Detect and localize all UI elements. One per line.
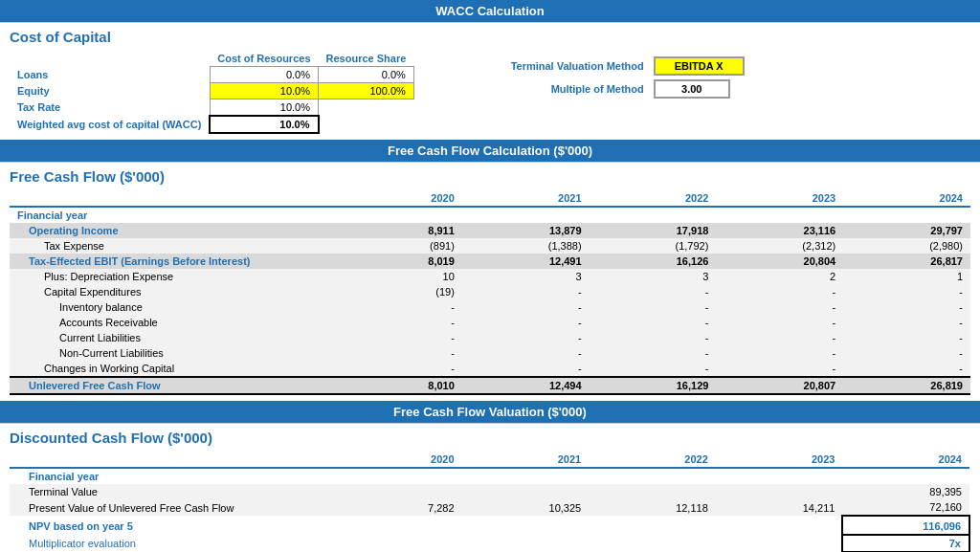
wacc-col2-header: Resource Share <box>319 51 414 67</box>
table-row: Inventory balance----- <box>10 299 970 315</box>
dcf-cell-0-4 <box>842 468 969 484</box>
fcf-cell-10-2: - <box>590 361 717 377</box>
fcf-header: Free Cash Flow Calculation ($'000) <box>0 140 980 163</box>
wacc-equity-cost[interactable]: 10.0% <box>210 83 318 99</box>
terminal-valuation-value[interactable]: EBITDA X <box>654 56 745 76</box>
wacc-row-taxrate-label: Tax Rate <box>10 99 210 117</box>
table-row: Accounts Receivable----- <box>10 315 970 330</box>
fcf-cell-0-2 <box>590 207 717 223</box>
dcf-cell-2-4: 72,160 <box>842 499 969 516</box>
dcf-cell-1-3 <box>716 484 843 499</box>
table-row: Financial year <box>10 207 970 223</box>
fcf-cell-8-2: - <box>590 330 717 345</box>
table-row: Equity 10.0% 100.0% <box>10 83 413 99</box>
multiple-method-value[interactable]: 3.00 <box>654 79 730 99</box>
fcf-cell-4-3: 2 <box>716 269 843 284</box>
table-row: Weighted avg cost of capital (WACC) 10.0… <box>10 116 413 133</box>
fcf-row-label-0: Financial year <box>10 207 335 223</box>
fcf-cell-4-1: 3 <box>462 269 590 284</box>
multiplicator-value: 7x <box>842 535 969 552</box>
fcf-cell-10-3: - <box>716 361 843 377</box>
fcf-cell-11-1: 12,494 <box>462 377 590 394</box>
multiplicator-row: Multiplicator evaluation7x <box>10 535 969 552</box>
dcf-table: 2020 2021 2022 2023 2024 Financial yearT… <box>10 452 970 552</box>
npv-empty-0 <box>335 516 462 535</box>
fcf-cell-8-4: - <box>843 330 970 345</box>
fcf-cell-6-0: - <box>335 299 462 315</box>
dcf-title: Discounted Cash Flow ($'000) <box>0 424 980 448</box>
fcf-cell-8-3: - <box>716 330 843 345</box>
npv-empty-2 <box>589 516 716 535</box>
table-row: Unlevered Free Cash Flow8,01012,49416,12… <box>10 377 970 394</box>
mult-empty-3 <box>716 535 843 552</box>
npv-label: NPV based on year 5 <box>10 516 335 535</box>
fcf-cell-1-4: 29,797 <box>843 223 970 238</box>
fcf-cell-2-2: (1,792) <box>590 238 717 254</box>
wacc-taxrate-value[interactable]: 10.0% <box>210 99 318 117</box>
fcf-title: Free Cash Flow ($'000) <box>0 163 980 187</box>
fcf-cell-8-1: - <box>462 330 590 345</box>
fcf-cell-1-3: 23,116 <box>716 223 843 238</box>
fcf-cell-7-1: - <box>462 315 590 330</box>
fcf-cell-10-4: - <box>843 361 970 377</box>
fcf-year-2023: 2023 <box>716 190 843 207</box>
fcf-cell-8-0: - <box>335 330 462 345</box>
fcf-cell-6-2: - <box>590 299 717 315</box>
fcf-cell-4-0: 10 <box>335 269 462 284</box>
fcf-row-label-2: Tax Expense <box>10 238 335 254</box>
wacc-loans-cost[interactable]: 0.0% <box>210 67 318 83</box>
fcf-cell-11-2: 16,129 <box>590 377 717 394</box>
fcf-cell-7-2: - <box>590 315 717 330</box>
terminal-valuation-label: Terminal Valuation Method <box>453 60 644 72</box>
dcf-cell-2-3: 14,211 <box>716 499 843 516</box>
table-row: Non-Current Liabilities----- <box>10 345 970 361</box>
fcf-row-label-6: Inventory balance <box>10 299 335 315</box>
fcf-cell-5-1: - <box>462 284 590 299</box>
table-row: Changes in Working Capital----- <box>10 361 970 377</box>
fcf-cell-10-1: - <box>462 361 590 377</box>
fcf-row-label-3: Tax-Effected EBIT (Earnings Before Inter… <box>10 254 335 269</box>
mult-empty-0 <box>335 535 462 552</box>
npv-value: 116,096 <box>842 516 969 535</box>
wacc-title: Cost of Capital <box>0 23 980 47</box>
fcf-cell-10-0: - <box>335 361 462 377</box>
dcf-cell-2-1: 10,325 <box>462 499 590 516</box>
fcf-cell-1-2: 17,918 <box>590 223 717 238</box>
multiple-method-label: Multiple of Method <box>453 83 644 95</box>
table-row: Terminal Value89,395 <box>10 484 969 499</box>
table-row: Capital Expenditures(19)---- <box>10 284 970 299</box>
dcf-row-label-0: Financial year <box>10 468 335 484</box>
multiplicator-label: Multiplicator evaluation <box>10 535 335 552</box>
table-row: Tax Rate 10.0% <box>10 99 413 117</box>
fcf-cell-3-2: 16,126 <box>590 254 717 269</box>
fcf-cell-0-1 <box>462 207 590 223</box>
table-row: Financial year <box>10 468 969 484</box>
fcf-row-label-11: Unlevered Free Cash Flow <box>10 377 335 394</box>
wacc-loans-share[interactable]: 0.0% <box>319 67 414 83</box>
dcf-year-2023: 2023 <box>716 452 843 468</box>
table-row: Present Value of Unlevered Free Cash Flo… <box>10 499 969 516</box>
fcf-cell-7-4: - <box>843 315 970 330</box>
fcf-cell-5-2: - <box>590 284 717 299</box>
mult-empty-2 <box>589 535 716 552</box>
fcf-row-label-8: Current Liabilities <box>10 330 335 345</box>
dcf-cell-1-1 <box>462 484 590 499</box>
mult-empty-1 <box>462 535 590 552</box>
fcf-cell-2-4: (2,980) <box>843 238 970 254</box>
wacc-wacc-value[interactable]: 10.0% <box>210 116 318 133</box>
multiple-method-row: Multiple of Method 3.00 <box>453 79 745 99</box>
wacc-equity-share[interactable]: 100.0% <box>319 83 414 99</box>
dcf-cell-1-0 <box>335 484 462 499</box>
npv-empty-1 <box>462 516 590 535</box>
fcf-table: 2020 2021 2022 2023 2024 Financial yearO… <box>10 190 970 395</box>
fcf-cell-3-4: 26,817 <box>843 254 970 269</box>
table-row: Tax Expense(891)(1,388)(1,792)(2,312)(2,… <box>10 238 970 254</box>
dcf-cell-2-2: 12,118 <box>589 499 716 516</box>
wacc-row-wacc-label: Weighted avg cost of capital (WACC) <box>10 116 210 133</box>
fcf-cell-0-0 <box>335 207 462 223</box>
fcf-cell-1-1: 13,879 <box>462 223 590 238</box>
dcf-cell-0-2 <box>589 468 716 484</box>
fcf-row-label-1: Operating Income <box>10 223 335 238</box>
wacc-col1-header: Cost of Resources <box>210 51 318 67</box>
fcf-cell-3-1: 12,491 <box>462 254 590 269</box>
